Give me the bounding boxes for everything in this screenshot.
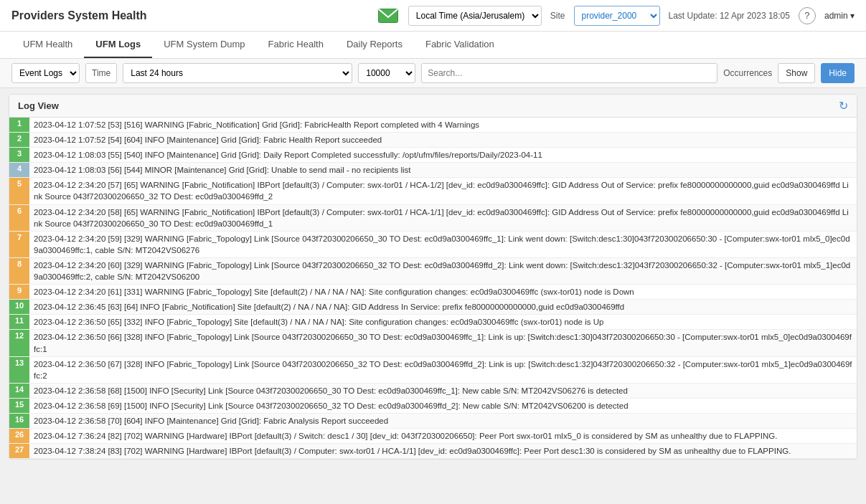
show-button[interactable]: Show — [778, 63, 815, 83]
log-row-text: 2023-04-12 2:36:58 [69] [1500] INFO [Sec… — [29, 399, 857, 413]
log-view-header: Log View ↻ — [9, 95, 857, 118]
log-row-text: 2023-04-12 7:38:24 [83] [702] WARNING [H… — [29, 444, 857, 458]
log-row-number: 6 — [9, 205, 29, 231]
log-row: 102023-04-12 2:36:45 [63] [64] INFO [Fab… — [9, 300, 857, 315]
log-row-text: 2023-04-12 2:36:58 [68] [1500] INFO [Sec… — [29, 384, 857, 398]
admin-menu-button[interactable]: admin ▾ — [824, 11, 855, 21]
last-update-label: Last Update: 12 Apr 2023 18:05 — [669, 11, 790, 21]
log-row-number: 2 — [9, 133, 29, 147]
log-row: 72023-04-12 2:34:20 [59] [329] WARNING [… — [9, 232, 857, 258]
log-view-title: Log View — [18, 100, 59, 111]
log-row: 262023-04-12 7:36:24 [82] [702] WARNING … — [9, 429, 857, 444]
log-row-number: 5 — [9, 178, 29, 204]
log-row-text: 2023-04-12 7:36:24 [82] [702] WARNING [H… — [29, 429, 857, 443]
log-row: 92023-04-12 2:34:20 [61] [331] WARNING [… — [9, 285, 857, 300]
log-row-text: 2023-04-12 1:07:52 [54] [604] INFO [Main… — [29, 133, 857, 147]
occurrences-label: Occurrences — [723, 68, 772, 78]
log-row-number: 26 — [9, 429, 29, 443]
log-row-number: 3 — [9, 148, 29, 162]
log-row: 112023-04-12 2:36:50 [65] [332] INFO [Fa… — [9, 315, 857, 330]
tab-ufm-system-dump[interactable]: UFM System Dump — [152, 32, 256, 58]
log-row-number: 14 — [9, 384, 29, 398]
tab-ufm-health[interactable]: UFM Health — [11, 32, 84, 58]
log-row-number: 8 — [9, 258, 29, 284]
log-row-number: 1 — [9, 118, 29, 132]
log-row-number: 7 — [9, 232, 29, 257]
log-view-container: Log View ↻ 12023-04-12 1:07:52 [53] [516… — [9, 94, 857, 460]
log-row-text: 2023-04-12 1:08:03 [55] [540] INFO [Main… — [29, 148, 857, 162]
log-row-number: 15 — [9, 399, 29, 413]
log-row: 12023-04-12 1:07:52 [53] [516] WARNING [… — [9, 118, 857, 133]
log-row-number: 27 — [9, 444, 29, 458]
log-row: 152023-04-12 2:36:58 [69] [1500] INFO [S… — [9, 399, 857, 414]
log-row-text: 2023-04-12 2:34:20 [60] [329] WARNING [F… — [29, 258, 857, 284]
header: Providers System Health Local Time (Asia… — [0, 0, 866, 32]
tab-fabric-health[interactable]: Fabric Health — [257, 32, 335, 58]
log-row: 62023-04-12 2:34:20 [58] [65] WARNING [F… — [9, 205, 857, 232]
log-row-text: 2023-04-12 2:36:50 [66] [328] INFO [Fabr… — [29, 330, 857, 356]
log-row-number: 11 — [9, 315, 29, 329]
log-row-text: 2023-04-12 1:07:52 [53] [516] WARNING [F… — [29, 118, 857, 132]
log-row: 162023-04-12 2:36:58 [70] [604] INFO [Ma… — [9, 414, 857, 429]
log-row: 272023-04-12 7:38:24 [83] [702] WARNING … — [9, 444, 857, 459]
log-row-number: 10 — [9, 300, 29, 314]
site-select[interactable]: provider_2000 — [574, 6, 660, 26]
log-row-text: 2023-04-12 1:08:03 [56] [544] MINOR [Mai… — [29, 163, 857, 177]
log-row-text: 2023-04-12 2:34:20 [59] [329] WARNING [F… — [29, 232, 857, 257]
site-label: Site — [550, 11, 565, 21]
log-row-text: 2023-04-12 2:34:20 [57] [65] WARNING [Fa… — [29, 178, 857, 204]
log-type-select[interactable]: Event Logs — [11, 63, 80, 83]
log-row-text: 2023-04-12 2:36:50 [65] [332] INFO [Fabr… — [29, 315, 857, 329]
refresh-icon[interactable]: ↻ — [839, 99, 848, 113]
tab-ufm-logs[interactable]: UFM Logs — [84, 32, 152, 58]
log-scroll-area[interactable]: 12023-04-12 1:07:52 [53] [516] WARNING [… — [9, 118, 857, 459]
log-row: 52023-04-12 2:34:20 [57] [65] WARNING [F… — [9, 178, 857, 204]
time-label-button[interactable]: Time — [85, 63, 117, 83]
main-tabs: UFM Health UFM Logs UFM System Dump Fabr… — [0, 32, 866, 59]
hide-button[interactable]: Hide — [821, 63, 855, 83]
log-row-text: 2023-04-12 2:36:58 [70] [604] INFO [Main… — [29, 414, 857, 428]
log-row: 82023-04-12 2:34:20 [60] [329] WARNING [… — [9, 258, 857, 285]
log-row: 42023-04-12 1:08:03 [56] [544] MINOR [Ma… — [9, 163, 857, 178]
log-row-text: 2023-04-12 2:36:45 [63] [64] INFO [Fabri… — [29, 300, 857, 314]
count-select[interactable]: 10000 — [358, 63, 415, 83]
tab-daily-reports[interactable]: Daily Reports — [335, 32, 414, 58]
timezone-select[interactable]: Local Time (Asia/Jerusalem) — [408, 6, 542, 26]
log-row: 142023-04-12 2:36:58 [68] [1500] INFO [S… — [9, 384, 857, 399]
tab-fabric-validation[interactable]: Fabric Validation — [414, 32, 506, 58]
log-row-number: 4 — [9, 163, 29, 177]
log-row-number: 16 — [9, 414, 29, 428]
log-row-number: 12 — [9, 330, 29, 356]
log-row-number: 13 — [9, 357, 29, 383]
log-row-number: 9 — [9, 285, 29, 299]
help-button[interactable]: ? — [799, 7, 816, 24]
log-row: 32023-04-12 1:08:03 [55] [540] INFO [Mai… — [9, 148, 857, 163]
log-row-text: 2023-04-12 2:34:20 [58] [65] WARNING [Fa… — [29, 205, 857, 231]
log-row-text: 2023-04-12 2:36:50 [67] [328] INFO [Fabr… — [29, 357, 857, 383]
log-row: 22023-04-12 1:07:52 [54] [604] INFO [Mai… — [9, 133, 857, 148]
time-range-select[interactable]: Last 24 hours — [123, 63, 352, 83]
email-icon[interactable] — [377, 7, 400, 24]
log-row: 132023-04-12 2:36:50 [67] [328] INFO [Fa… — [9, 357, 857, 384]
search-input[interactable] — [421, 63, 717, 83]
app-title: Providers System Health — [11, 9, 147, 22]
log-row: 122023-04-12 2:36:50 [66] [328] INFO [Fa… — [9, 330, 857, 356]
log-row-text: 2023-04-12 2:34:20 [61] [331] WARNING [F… — [29, 285, 857, 299]
toolbar: Event Logs Time Last 24 hours 10000 Occu… — [0, 59, 866, 88]
